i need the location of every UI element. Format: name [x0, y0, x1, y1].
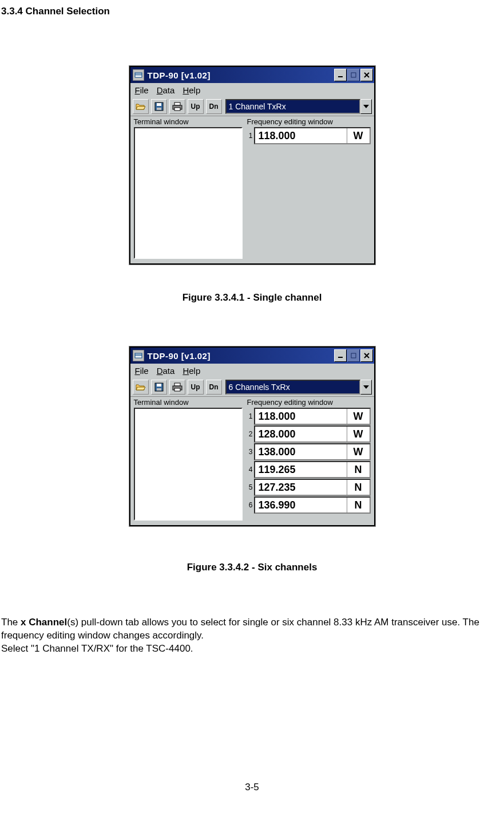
titlebar: TDP-90 [v1.02]	[130, 348, 374, 364]
svg-rect-17	[338, 357, 343, 358]
save-button[interactable]	[151, 380, 167, 395]
freq-row: 2 128.000 W	[247, 425, 371, 443]
channel-combo[interactable]: 1 Channel TxRx	[225, 99, 372, 114]
svg-marker-27	[363, 385, 369, 389]
freq-input[interactable]: 127.235 N	[254, 479, 371, 496]
freq-index: 1	[247, 132, 253, 140]
menubar: File Data Help	[130, 83, 374, 97]
svg-rect-9	[157, 108, 161, 110]
freq-wn: N	[347, 480, 370, 495]
combo-dropdown-button[interactable]	[360, 99, 372, 114]
freq-value: 119.265	[255, 462, 347, 477]
minimize-button[interactable]	[334, 69, 347, 81]
svg-marker-13	[363, 105, 369, 108]
dn-button[interactable]: Dn	[206, 99, 222, 114]
svg-rect-26	[174, 388, 180, 391]
toolbar: Up Dn 1 Channel TxRx	[130, 97, 374, 116]
freq-row: 3 138.000 W	[247, 443, 371, 460]
maximize-button[interactable]	[347, 349, 360, 362]
channel-combo-value: 1 Channel TxRx	[225, 99, 360, 114]
freq-index: 2	[247, 430, 253, 438]
window-title: TDP-90 [v1.02]	[148, 351, 334, 361]
menu-file[interactable]: File	[135, 366, 149, 376]
freq-value: 118.000	[255, 409, 347, 424]
channel-combo-value: 6 Channels TxRx	[225, 380, 360, 395]
titlebar: TDP-90 [v1.02]	[130, 67, 374, 83]
open-button[interactable]	[133, 99, 149, 114]
menu-help[interactable]: Help	[182, 85, 200, 95]
freq-input[interactable]: 136.990 N	[254, 496, 371, 514]
freq-row: 1 118.000 W	[247, 408, 371, 425]
freq-index: 1	[247, 412, 253, 420]
terminal-label: Terminal window	[134, 398, 243, 407]
combo-dropdown-button[interactable]	[360, 380, 372, 395]
channel-combo[interactable]: 6 Channels TxRx	[225, 380, 372, 395]
freq-wn: W	[347, 128, 370, 143]
terminal-window[interactable]	[134, 408, 243, 521]
freq-index: 3	[247, 448, 253, 456]
svg-rect-3	[338, 76, 343, 77]
freq-input[interactable]: 118.000 W	[254, 408, 371, 425]
freq-edit-label: Frequency editing window	[247, 117, 371, 126]
freq-input[interactable]: 119.265 N	[254, 461, 371, 478]
app-icon	[133, 350, 144, 361]
figure-2: TDP-90 [v1.02] File Data Help	[0, 346, 504, 573]
close-button[interactable]	[360, 69, 373, 81]
svg-rect-10	[174, 103, 180, 105]
open-button[interactable]	[133, 380, 149, 395]
close-button[interactable]	[360, 349, 373, 362]
svg-rect-24	[174, 383, 180, 386]
freq-input[interactable]: 138.000 W	[254, 443, 371, 460]
print-button[interactable]	[169, 380, 185, 395]
minimize-button[interactable]	[334, 349, 347, 362]
up-button[interactable]: Up	[188, 99, 204, 114]
window-title: TDP-90 [v1.02]	[148, 70, 334, 80]
freq-input[interactable]: 118.000 W	[254, 127, 371, 144]
svg-rect-12	[174, 108, 180, 111]
save-button[interactable]	[151, 99, 167, 114]
menu-data[interactable]: Data	[157, 85, 175, 95]
svg-rect-23	[157, 388, 161, 391]
dn-button[interactable]: Dn	[206, 380, 222, 395]
freq-row: 6 136.990 N	[247, 496, 371, 514]
figure-1-caption: Figure 3.3.4.1 - Single channel	[182, 292, 322, 303]
freq-value: 136.990	[255, 498, 347, 513]
svg-rect-8	[157, 103, 161, 106]
body-p1c: (s) pull-down tab allows you to select f…	[1, 617, 479, 641]
menu-file[interactable]: File	[135, 85, 149, 95]
freq-value: 138.000	[255, 444, 347, 459]
terminal-window[interactable]	[134, 127, 243, 259]
freq-wn: N	[347, 462, 370, 477]
body-p2: Select "1 Channel TX/RX" for the TSC-440…	[1, 643, 193, 654]
freq-input[interactable]: 128.000 W	[254, 425, 371, 443]
app-window-1: TDP-90 [v1.02] File Data Help	[129, 66, 375, 265]
body-p1b: x Channel	[21, 617, 67, 628]
freq-index: 4	[247, 466, 253, 474]
freq-value: 118.000	[255, 128, 347, 143]
freq-value: 128.000	[255, 427, 347, 441]
freq-wn: N	[347, 498, 370, 513]
figure-1: TDP-90 [v1.02] File Data Help	[0, 66, 504, 303]
freq-value: 127.235	[255, 480, 347, 495]
body-p1a: The	[1, 617, 21, 628]
svg-rect-4	[351, 73, 356, 77]
freq-row: 4 119.265 N	[247, 461, 371, 478]
page-number: 3-5	[0, 782, 504, 793]
body-paragraph: The x Channel(s) pull-down tab allows yo…	[0, 616, 504, 656]
figure-2-caption: Figure 3.3.4.2 - Six channels	[187, 562, 318, 573]
freq-row: 1 118.000 W	[247, 127, 371, 144]
print-button[interactable]	[169, 99, 185, 114]
menu-data[interactable]: Data	[157, 366, 175, 376]
freq-wn: W	[347, 427, 370, 441]
up-button[interactable]: Up	[188, 380, 204, 395]
section-heading: 3.3.4 Channel Selection	[0, 6, 504, 17]
maximize-button[interactable]	[347, 69, 360, 81]
freq-wn: W	[347, 444, 370, 459]
freq-edit-label: Frequency editing window	[247, 398, 371, 407]
menu-help[interactable]: Help	[182, 366, 200, 376]
client-area: Terminal window Frequency editing window…	[130, 116, 374, 263]
toolbar: Up Dn 6 Channels TxRx	[130, 378, 374, 397]
freq-index: 6	[247, 501, 253, 509]
svg-rect-22	[157, 384, 161, 387]
app-window-2: TDP-90 [v1.02] File Data Help	[129, 346, 375, 526]
